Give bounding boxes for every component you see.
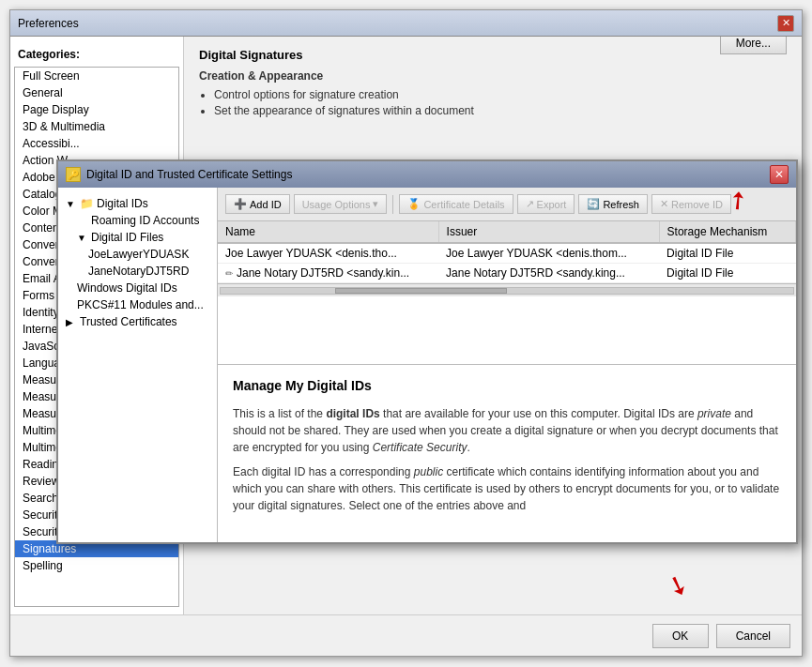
modal-table-area: Name Issuer Storage Mechanism Joe Lawyer…: [218, 221, 796, 364]
cell-name-1: Joe Lawyer YDUASK <denis.tho...: [218, 243, 438, 264]
cell-name-2: ✏Jane Notary DJT5RD <sandy.kin...: [218, 264, 438, 283]
tree-label-jane-notary: JaneNotaryDJT5RD: [88, 265, 189, 278]
categories-label: Categories:: [14, 44, 179, 67]
ok-button[interactable]: OK: [652, 624, 709, 648]
preferences-title: Preferences: [18, 17, 79, 30]
modal-close-button[interactable]: ✕: [770, 165, 789, 184]
cell-issuer-1: Joe Lawyer YDUASK <denis.thom...: [438, 243, 659, 264]
tree-item-digital-id-files[interactable]: ▼ Digital ID Files: [62, 229, 213, 246]
sidebar-item-3dmultimedia[interactable]: 3D & Multimedia: [15, 118, 178, 135]
desc-paragraph-2: Each digital ID has a corresponding publ…: [233, 463, 781, 514]
digital-id-modal: 🔑 Digital ID and Trusted Certificate Set…: [56, 159, 798, 544]
chevron-down-icon: ▾: [373, 198, 378, 210]
bullet-item-1: Control options for signature creation: [214, 88, 787, 101]
expand-icon: ▼: [66, 199, 77, 209]
add-icon: ➕: [234, 198, 247, 210]
h-scroll-thumb[interactable]: [335, 288, 507, 294]
tree-label-joe-lawyer: JoeLawyerYDUASK: [88, 248, 189, 261]
more-button[interactable]: More...: [720, 37, 787, 54]
sub-section-title: Creation & Appearance: [199, 69, 787, 83]
sidebar-item-fullscreen[interactable]: Full Screen: [15, 68, 178, 84]
toolbar-separator-1: [392, 195, 393, 214]
tree-label-digital-id-files: Digital ID Files: [91, 231, 163, 244]
tree-item-roaming-id[interactable]: Roaming ID Accounts: [62, 212, 213, 229]
certificate-details-button[interactable]: 🏅 Certificate Details: [399, 194, 513, 214]
modal-icon: 🔑: [66, 167, 81, 182]
cert-icon: 🏅: [407, 198, 421, 210]
tree-item-joe-lawyer[interactable]: JoeLawyerYDUASK: [62, 246, 213, 263]
tree-label-windows-digital-ids: Windows Digital IDs: [77, 281, 177, 295]
preferences-footer: OK Cancel: [10, 614, 802, 656]
horizontal-scrollbar[interactable]: [218, 283, 796, 296]
table-row[interactable]: ✏Jane Notary DJT5RD <sandy.kin... Jane N…: [218, 264, 796, 283]
usage-options-button[interactable]: Usage Options ▾: [294, 194, 388, 214]
add-id-button[interactable]: ➕ Add ID: [225, 194, 290, 214]
remove-icon: ✕: [660, 198, 668, 210]
tree-label-pkcs11: PKCS#11 Modules and...: [77, 298, 204, 311]
table-row[interactable]: Joe Lawyer YDUASK <denis.tho... Joe Lawy…: [218, 243, 796, 264]
expand-icon-files: ▼: [77, 233, 88, 243]
tree-label-trusted-certs: Trusted Certificates: [80, 315, 177, 328]
desc-paragraph-1: This is a list of the digital IDs that a…: [233, 405, 781, 456]
cancel-button[interactable]: Cancel: [716, 624, 790, 648]
modal-description: Manage My Digital IDs This is a list of …: [218, 364, 796, 542]
digital-id-table: Name Issuer Storage Mechanism Joe Lawyer…: [218, 221, 796, 283]
tree-item-windows-digital-ids[interactable]: Windows Digital IDs: [62, 280, 213, 296]
tree-item-jane-notary[interactable]: JaneNotaryDJT5RD: [62, 263, 213, 280]
modal-toolbar: ➕ Add ID Usage Options ▾ 🏅 Certificate D…: [218, 188, 796, 221]
cert-edit-icon: ✏: [225, 268, 233, 279]
refresh-icon: 🔄: [587, 198, 600, 210]
tree-item-pkcs11[interactable]: PKCS#11 Modules and...: [62, 296, 213, 313]
modal-tree: ▼ 📁 Digital IDs Roaming ID Accounts ▼ Di…: [58, 188, 218, 542]
section-title: Digital Signatures: [199, 48, 787, 62]
sidebar-item-pagedisplay[interactable]: Page Display: [15, 101, 178, 118]
modal-titlebar: 🔑 Digital ID and Trusted Certificate Set…: [58, 161, 796, 188]
folder-icon: 📁: [80, 197, 94, 210]
tree-label-digital-ids: Digital IDs: [97, 197, 148, 210]
col-name: Name: [218, 221, 438, 243]
tree-item-trusted-certs[interactable]: ▶ Trusted Certificates: [62, 313, 213, 330]
desc-heading: Manage My Digital IDs: [233, 376, 781, 396]
tree-label-roaming-id: Roaming ID Accounts: [91, 214, 199, 227]
col-storage: Storage Mechanism: [659, 221, 795, 243]
preferences-titlebar: Preferences ✕: [10, 10, 802, 37]
export-icon: ↗: [526, 198, 534, 210]
tree-item-digital-ids[interactable]: ▼ 📁 Digital IDs: [62, 195, 213, 212]
modal-title: Digital ID and Trusted Certificate Setti…: [86, 168, 292, 181]
cell-issuer-2: Jane Notary DJT5RD <sandy.king...: [438, 264, 659, 283]
bullet-list: Control options for signature creation S…: [214, 88, 787, 117]
expand-icon-trusted: ▶: [66, 317, 77, 327]
export-button[interactable]: ↗ Export: [517, 194, 575, 214]
cell-storage-2: Digital ID File: [659, 264, 795, 283]
bullet-item-2: Set the appearance of signatures within …: [214, 104, 787, 117]
modal-right-panel: ➕ Add ID Usage Options ▾ 🏅 Certificate D…: [218, 188, 796, 542]
h-scroll-track[interactable]: [220, 287, 794, 295]
modal-title-left: 🔑 Digital ID and Trusted Certificate Set…: [66, 167, 292, 182]
sidebar-item-accessibility[interactable]: Accessibi...: [15, 135, 178, 152]
refresh-button[interactable]: 🔄 Refresh: [578, 194, 648, 214]
sidebar-item-general[interactable]: General: [15, 84, 178, 101]
remove-id-button[interactable]: ✕ Remove ID: [651, 194, 731, 214]
col-issuer: Issuer: [438, 221, 659, 243]
sidebar-item-spelling[interactable]: Spelling: [15, 557, 178, 574]
modal-body: ▼ 📁 Digital IDs Roaming ID Accounts ▼ Di…: [58, 188, 796, 542]
preferences-close-button[interactable]: ✕: [777, 15, 794, 32]
cell-storage-1: Digital ID File: [659, 243, 795, 264]
